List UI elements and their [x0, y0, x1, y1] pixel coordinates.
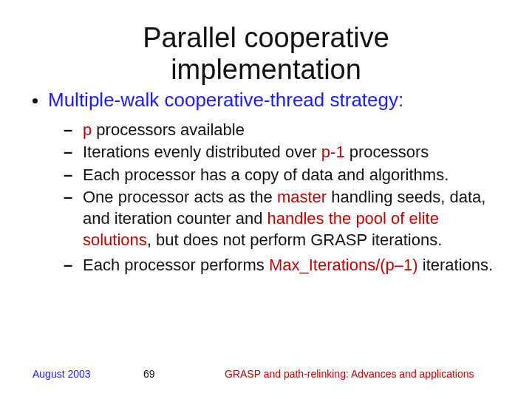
list-item: – p processors available	[64, 120, 499, 141]
list-item: – Each processor has a copy of data and …	[64, 165, 499, 186]
list-item: – One processor acts as the master handl…	[64, 187, 499, 250]
sub-list: – p processors available – Iterations ev…	[64, 120, 499, 276]
footer: August 2003 69 GRASP and path-relinking:…	[33, 368, 499, 380]
dash-icon: –	[64, 187, 74, 208]
title-line-2: implementation	[171, 54, 361, 85]
footer-source: GRASP and path-relinking: Advances and a…	[225, 368, 499, 380]
slide: Parallel cooperative implementation Mult…	[0, 0, 532, 399]
dash-icon: –	[64, 165, 74, 186]
list-item: – Each processor performs Max_Iterations…	[64, 255, 499, 276]
main-bullet: Multiple-walk cooperative-thread strateg…	[33, 88, 499, 112]
list-item-text: Iterations evenly distributed over p-1 p…	[83, 142, 429, 163]
slide-title: Parallel cooperative implementation	[33, 22, 499, 85]
footer-page: 69	[143, 368, 225, 380]
list-item-text: Each processor performs Max_Iterations/(…	[83, 255, 493, 276]
dash-icon: –	[64, 120, 74, 141]
footer-date: August 2003	[33, 368, 143, 380]
list-item: – Iterations evenly distributed over p-1…	[64, 142, 499, 163]
list-item-text: Each processor has a copy of data and al…	[83, 165, 449, 186]
list-item-text: p processors available	[83, 120, 245, 141]
main-bullet-text: Multiple-walk cooperative-thread strateg…	[48, 88, 403, 112]
dash-icon: –	[64, 255, 74, 276]
dash-icon: –	[64, 142, 74, 163]
list-item-text: One processor acts as the master handlin…	[83, 187, 499, 250]
title-line-1: Parallel cooperative	[143, 22, 389, 53]
bullet-dot-icon	[33, 98, 38, 103]
